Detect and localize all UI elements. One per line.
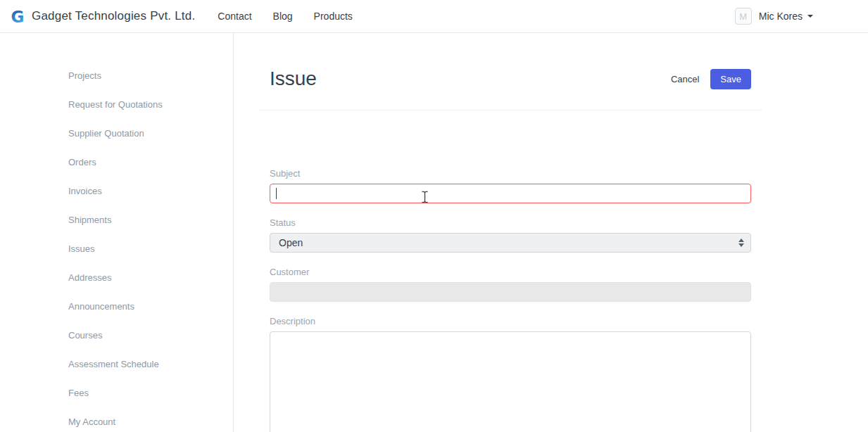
text-caret <box>276 188 277 199</box>
sidebar-item-projects[interactable]: Projects <box>0 61 233 90</box>
page-body: Projects Request for Quotations Supplier… <box>0 33 868 432</box>
page-title: Issue <box>270 68 317 90</box>
main-content: Issue Cancel Save Subject Status <box>234 33 868 432</box>
status-label: Status <box>270 217 751 228</box>
sidebar-item-assessment-schedule[interactable]: Assessment Schedule <box>0 350 233 379</box>
page-header: Issue Cancel Save <box>259 68 762 90</box>
customer-field-group: Customer <box>270 267 751 302</box>
sidebar: Projects Request for Quotations Supplier… <box>0 33 234 432</box>
cancel-button[interactable]: Cancel <box>671 74 699 84</box>
sidebar-item-addresses[interactable]: Addresses <box>0 263 233 292</box>
sidebar-item-announcements[interactable]: Announcements <box>0 292 233 321</box>
sidebar-item-fees[interactable]: Fees <box>0 379 233 407</box>
sidebar-item-orders[interactable]: Orders <box>0 148 233 177</box>
chevron-down-icon <box>807 15 813 18</box>
sidebar-item-supplier-quotation[interactable]: Supplier Quotation <box>0 119 233 148</box>
sidebar-item-request-for-quotations[interactable]: Request for Quotations <box>0 90 233 119</box>
customer-input <box>270 282 751 302</box>
description-label: Description <box>270 316 751 326</box>
description-textarea[interactable] <box>270 331 751 432</box>
subject-label: Subject <box>270 168 751 179</box>
sidebar-item-courses[interactable]: Courses <box>0 321 233 350</box>
sidebar-item-issues[interactable]: Issues <box>0 234 233 263</box>
header-actions: Cancel Save <box>671 69 751 89</box>
customer-label: Customer <box>270 267 751 277</box>
brand[interactable]: G Gadget Technologies Pvt. Ltd. <box>9 8 195 25</box>
avatar: M <box>735 8 752 25</box>
nav-link-contact[interactable]: Contact <box>207 11 262 22</box>
status-select[interactable]: Open <box>270 233 751 253</box>
description-field-group: Description <box>270 316 751 432</box>
top-navbar: G Gadget Technologies Pvt. Ltd. Contact … <box>0 0 868 33</box>
status-field-group: Status Open <box>270 217 751 253</box>
save-button[interactable]: Save <box>710 69 751 89</box>
nav-links: Contact Blog Products <box>207 11 363 22</box>
company-logo-icon: G <box>9 8 26 25</box>
header-divider <box>259 110 762 110</box>
svg-text:G: G <box>11 8 25 25</box>
sidebar-item-shipments[interactable]: Shipments <box>0 205 233 234</box>
user-name: Mic Kores <box>759 11 803 22</box>
sidebar-item-invoices[interactable]: Invoices <box>0 177 233 205</box>
brand-name: Gadget Technologies Pvt. Ltd. <box>32 9 195 23</box>
status-selected-value: Open <box>279 237 303 248</box>
nav-link-blog[interactable]: Blog <box>263 11 303 22</box>
user-menu[interactable]: M Mic Kores <box>735 8 813 25</box>
subject-field-group: Subject <box>270 168 751 203</box>
subject-input[interactable] <box>270 184 751 203</box>
sidebar-item-my-account[interactable]: My Account <box>0 407 233 432</box>
select-arrows-icon <box>738 239 744 247</box>
nav-link-products[interactable]: Products <box>303 11 363 22</box>
issue-form: Subject Status Open <box>259 168 762 432</box>
